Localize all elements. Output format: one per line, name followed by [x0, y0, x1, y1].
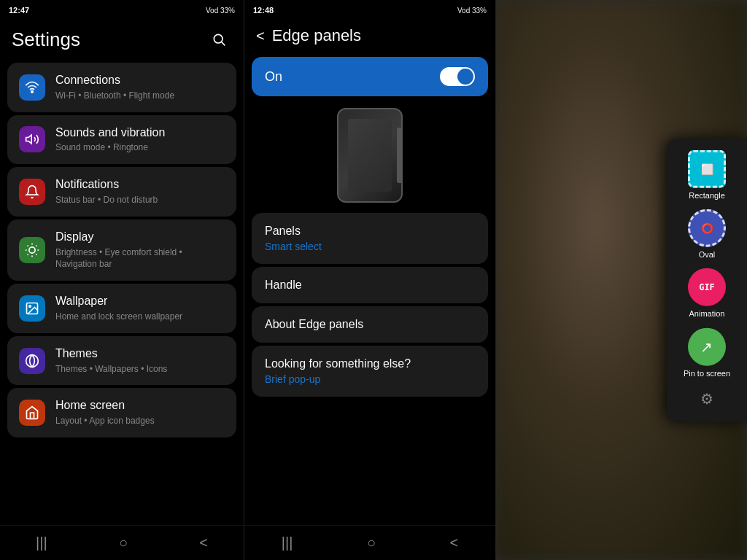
- oval-icon: ⭕: [688, 209, 726, 247]
- bottom-nav-2: ||| ○ <: [244, 525, 495, 560]
- nav-home-1[interactable]: ○: [104, 529, 142, 557]
- toggle-row[interactable]: On: [252, 57, 488, 96]
- nav-recent-1[interactable]: |||: [21, 529, 62, 557]
- edge-tool-pin[interactable]: ↗ Pin to screen: [684, 327, 730, 378]
- status-bar-3: [496, 0, 747, 20]
- settings-list: Connections Wi-Fi • Bluetooth • Flight m…: [0, 60, 244, 525]
- search-button[interactable]: [206, 26, 232, 52]
- wallpaper-subtitle: Home and lock screen wallpaper: [55, 311, 225, 323]
- settings-panel: 12:47 Vod 33% Settings Connections Wi-Fi…: [0, 0, 244, 560]
- signal-1: Vod 33%: [206, 7, 235, 15]
- display-subtitle: Brightness • Eye comfort shield • Naviga…: [55, 246, 225, 271]
- pin-icon: ↗: [688, 327, 726, 365]
- settings-item-themes[interactable]: Themes Themes • Wallpapers • Icons: [7, 336, 236, 386]
- notifications-subtitle: Status bar • Do not disturb: [55, 194, 225, 206]
- nav-recent-2[interactable]: |||: [267, 529, 308, 557]
- animation-label: Animation: [689, 309, 725, 319]
- lookingfor-subtitle: Brief pop-up: [265, 373, 475, 385]
- gear-icon[interactable]: ⚙: [697, 389, 717, 410]
- oval-label: Oval: [699, 250, 716, 260]
- edge-panel-overlay: ⬜ Rectangle ⭕ Oval GIF Animation ↗ Pin t…: [667, 139, 747, 422]
- svg-point-14: [29, 306, 31, 308]
- edge-item-lookingfor[interactable]: Looking for something else? Brief pop-up: [252, 346, 488, 397]
- right-panel: ⬜ Rectangle ⭕ Oval GIF Animation ↗ Pin t…: [496, 0, 747, 560]
- svg-line-7: [28, 245, 28, 246]
- pin-label: Pin to screen: [684, 368, 730, 378]
- settings-item-sounds[interactable]: Sounds and vibration Sound mode • Ringto…: [7, 115, 236, 165]
- sounds-icon: [19, 126, 45, 152]
- display-icon: [19, 237, 45, 263]
- nav-back-2[interactable]: <: [436, 529, 473, 557]
- toggle-switch[interactable]: [440, 67, 475, 86]
- bottom-nav-1: ||| ○ <: [0, 525, 244, 560]
- status-bar-2: 12:48 Vod 33%: [244, 0, 495, 20]
- settings-item-connections[interactable]: Connections Wi-Fi • Bluetooth • Flight m…: [7, 63, 236, 112]
- phone-preview: [337, 108, 403, 203]
- edge-item-about[interactable]: About Edge panels: [252, 306, 488, 343]
- homescreen-title: Home screen: [55, 398, 225, 413]
- status-bar-1: 12:47 Vod 33%: [0, 0, 244, 20]
- signal-2: Vod 33%: [457, 7, 487, 15]
- time-2: 12:48: [253, 6, 274, 15]
- settings-item-homescreen[interactable]: Home screen Layout • App icon badges: [7, 388, 236, 438]
- connections-title: Connections: [55, 73, 225, 88]
- svg-point-2: [31, 90, 34, 93]
- display-text: Display Brightness • Eye comfort shield …: [55, 230, 225, 271]
- settings-title: Settings: [12, 28, 80, 51]
- homescreen-icon: [19, 400, 45, 426]
- settings-item-notifications[interactable]: Notifications Status bar • Do not distur…: [7, 167, 236, 217]
- edge-tool-rectangle[interactable]: ⬜ Rectangle: [688, 150, 726, 201]
- wallpaper-text: Wallpaper Home and lock screen wallpaper: [55, 294, 225, 323]
- sounds-subtitle: Sound mode • Ringtone: [55, 141, 225, 154]
- svg-line-8: [36, 254, 36, 254]
- notifications-icon: [19, 179, 45, 205]
- settings-item-display[interactable]: Display Brightness • Eye comfort shield …: [7, 219, 236, 281]
- handle-title: Handle: [265, 279, 475, 292]
- edge-item-panels[interactable]: Panels Smart select: [252, 213, 488, 264]
- time-1: 12:47: [9, 6, 29, 15]
- themes-text: Themes Themes • Wallpapers • Icons: [55, 346, 225, 376]
- svg-point-0: [214, 34, 222, 43]
- edge-panels-panel: 12:48 Vod 33% < Edge panels On Panels Sm…: [244, 0, 496, 560]
- homescreen-text: Home screen Layout • App icon badges: [55, 398, 225, 427]
- svg-point-15: [26, 354, 39, 367]
- svg-line-12: [36, 245, 36, 246]
- svg-marker-3: [26, 136, 32, 144]
- connections-subtitle: Wi-Fi • Bluetooth • Flight mode: [55, 90, 225, 102]
- panels-title: Panels: [265, 225, 475, 238]
- nav-home-2[interactable]: ○: [352, 529, 390, 557]
- edge-item-handle[interactable]: Handle: [252, 267, 488, 303]
- connections-icon: [19, 74, 45, 101]
- edge-title: Edge panels: [272, 26, 361, 45]
- toggle-label: On: [265, 69, 282, 85]
- nav-back-1[interactable]: <: [185, 529, 222, 557]
- notifications-title: Notifications: [55, 177, 225, 192]
- svg-point-4: [29, 247, 35, 253]
- themes-title: Themes: [55, 346, 225, 362]
- wallpaper-icon: [19, 295, 45, 322]
- svg-line-11: [28, 254, 28, 254]
- connections-text: Connections Wi-Fi • Bluetooth • Flight m…: [55, 73, 225, 102]
- rectangle-label: Rectangle: [689, 191, 725, 201]
- wallpaper-title: Wallpaper: [55, 294, 225, 309]
- notifications-text: Notifications Status bar • Do not distur…: [55, 177, 225, 206]
- settings-header: Settings: [0, 20, 244, 60]
- edge-tool-oval[interactable]: ⭕ Oval: [688, 209, 726, 260]
- sounds-text: Sounds and vibration Sound mode • Ringto…: [55, 125, 225, 155]
- edge-list: Panels Smart select Handle About Edge pa…: [244, 210, 495, 525]
- phone-inner: [348, 119, 392, 192]
- rectangle-icon: ⬜: [688, 150, 726, 188]
- homescreen-subtitle: Layout • App icon badges: [55, 415, 225, 427]
- back-button[interactable]: <: [256, 28, 265, 44]
- display-title: Display: [55, 230, 225, 245]
- svg-line-1: [222, 42, 225, 46]
- sounds-title: Sounds and vibration: [55, 125, 225, 141]
- panels-subtitle: Smart select: [265, 241, 475, 252]
- edge-header: < Edge panels: [244, 20, 495, 52]
- themes-subtitle: Themes • Wallpapers • Icons: [55, 363, 225, 376]
- settings-item-wallpaper[interactable]: Wallpaper Home and lock screen wallpaper: [7, 284, 236, 333]
- about-title: About Edge panels: [265, 318, 475, 331]
- lookingfor-title: Looking for something else?: [265, 357, 475, 370]
- edge-tool-animation[interactable]: GIF Animation: [688, 268, 726, 319]
- themes-icon: [19, 348, 45, 374]
